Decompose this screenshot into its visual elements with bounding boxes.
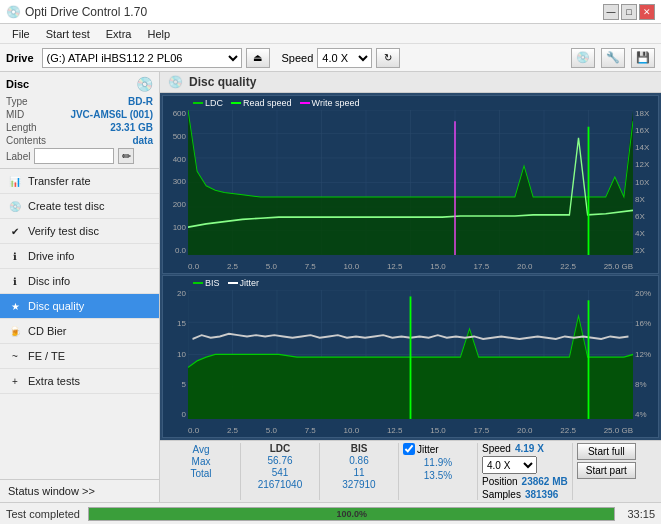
samples-label: Samples (482, 489, 521, 500)
titlebar-controls: — □ ✕ (603, 4, 655, 20)
sidebar-item-disc-info[interactable]: ℹ Disc info (0, 269, 159, 294)
sidebar-item-label-disc-info: Disc info (28, 275, 70, 287)
drive-eject-button[interactable]: ⏏ (246, 48, 270, 68)
cd-bier-icon: 🍺 (8, 324, 22, 338)
drive-toolbar: Drive (G:) ATAPI iHBS112 2 PL06 ⏏ Speed … (0, 44, 661, 72)
toolbar-save-button[interactable]: 💾 (631, 48, 655, 68)
minimize-button[interactable]: — (603, 4, 619, 20)
avg-label: Avg (166, 444, 236, 455)
bis-dot (193, 282, 203, 284)
legend-jitter: Jitter (228, 278, 260, 288)
sidebar-item-label-verify-test-disc: Verify test disc (28, 225, 99, 237)
chart-bottom-x-axis: 0.0 2.5 5.0 7.5 10.0 12.5 15.0 17.5 20.0… (188, 426, 633, 435)
chart-bottom-legend: BIS Jitter (193, 278, 259, 288)
stats-col-jitter: Jitter 11.9% 13.5% (403, 443, 473, 483)
position-value: 23862 MB (522, 476, 568, 487)
disc-label-input[interactable] (34, 148, 114, 164)
speed-select[interactable]: 4.0 X (317, 48, 372, 68)
sidebar-item-transfer-rate[interactable]: 📊 Transfer rate (0, 169, 159, 194)
sidebar-item-cd-bier[interactable]: 🍺 CD Bier (0, 319, 159, 344)
position-row: Position 23862 MB (482, 476, 568, 487)
chart-top-legend: LDC Read speed Write speed (193, 98, 359, 108)
maximize-button[interactable]: □ (621, 4, 637, 20)
stats-col-speed: Speed 4.19 X 4.0 X Position 23862 MB Sam… (482, 443, 568, 500)
disc-section-icon: 💿 (136, 76, 153, 92)
menu-start-test[interactable]: Start test (38, 27, 98, 41)
start-buttons: Start full Start part (577, 443, 636, 479)
sidebar-item-label-extra-tests: Extra tests (28, 375, 80, 387)
total-label: Total (166, 468, 236, 479)
sidebar-item-extra-tests[interactable]: + Extra tests (0, 369, 159, 394)
sidebar-item-fe-te[interactable]: ~ FE / TE (0, 344, 159, 369)
titlebar-left: 💿 Opti Drive Control 1.70 (6, 5, 147, 19)
close-button[interactable]: ✕ (639, 4, 655, 20)
disc-contents-row: Contents data (6, 135, 153, 146)
legend-read: Read speed (231, 98, 292, 108)
fe-te-icon: ~ (8, 349, 22, 363)
chart-bottom: 20 15 10 5 0 20% 16% 12% 8% 4% 0.0 (162, 275, 659, 438)
content-header: 💿 Disc quality (160, 72, 661, 93)
toolbar-settings-button[interactable]: 🔧 (601, 48, 625, 68)
status-window-button[interactable]: Status window >> (0, 480, 159, 502)
main-layout: Disc 💿 Type BD-R MID JVC-AMS6L (001) Len… (0, 72, 661, 502)
start-full-button[interactable]: Start full (577, 443, 636, 460)
legend-ldc: LDC (193, 98, 223, 108)
legend-write: Write speed (300, 98, 360, 108)
disc-quality-icon: ★ (8, 299, 22, 313)
avg-ldc: 56.76 (245, 455, 315, 466)
sidebar: Disc 💿 Type BD-R MID JVC-AMS6L (001) Len… (0, 72, 160, 502)
sidebar-item-create-test-disc[interactable]: 💿 Create test disc (0, 194, 159, 219)
sidebar-item-label-fe-te: FE / TE (28, 350, 65, 362)
disc-info-icon: ℹ (8, 274, 22, 288)
menu-extra[interactable]: Extra (98, 27, 140, 41)
stats-col-ldc: LDC 56.76 541 21671040 (245, 443, 315, 490)
jitter-checkbox[interactable] (403, 443, 415, 455)
drive-info-icon: ℹ (8, 249, 22, 263)
app-title: Opti Drive Control 1.70 (25, 5, 147, 19)
chart-top-svg (188, 110, 633, 255)
chart-bottom-y-left: 20 15 10 5 0 (163, 290, 188, 419)
legend-bis: BIS (193, 278, 220, 288)
menu-help[interactable]: Help (139, 27, 178, 41)
progress-text: 100.0% (336, 509, 367, 519)
chart-bottom-svg (188, 290, 633, 419)
disc-mid-value: JVC-AMS6L (001) (70, 109, 153, 120)
disc-section-title: Disc (6, 78, 29, 90)
jitter-checkbox-row: Jitter (403, 443, 473, 455)
speed-setting-row: 4.0 X (482, 456, 568, 474)
drive-select[interactable]: (G:) ATAPI iHBS112 2 PL06 (42, 48, 242, 68)
disc-label-label: Label (6, 151, 30, 162)
read-dot (231, 102, 241, 104)
stats-col-bis: BIS 0.86 11 327910 (324, 443, 394, 490)
disc-mid-label: MID (6, 109, 24, 120)
speed-current-row: Speed 4.19 X (482, 443, 568, 454)
toolbar-disc-button[interactable]: 💿 (571, 48, 595, 68)
jitter-label: Jitter (417, 444, 439, 455)
menu-file[interactable]: File (4, 27, 38, 41)
disc-type-value: BD-R (128, 96, 153, 107)
sidebar-nav: 📊 Transfer rate 💿 Create test disc ✔ Ver… (0, 169, 159, 479)
speed-setting-select[interactable]: 4.0 X (482, 456, 537, 474)
start-part-button[interactable]: Start part (577, 462, 636, 479)
verify-test-disc-icon: ✔ (8, 224, 22, 238)
speed-refresh-button[interactable]: ↻ (376, 48, 400, 68)
sidebar-item-label-cd-bier: CD Bier (28, 325, 67, 337)
extra-tests-icon: + (8, 374, 22, 388)
app-icon: 💿 (6, 5, 21, 19)
status-text: Test completed (6, 508, 80, 520)
stats-bar: Avg Max Total LDC 56.76 541 21671040 BIS… (160, 440, 661, 502)
avg-bis: 0.86 (324, 455, 394, 466)
disc-label-edit-button[interactable]: ✏ (118, 148, 134, 164)
sidebar-item-disc-quality[interactable]: ★ Disc quality (0, 294, 159, 319)
sidebar-item-verify-test-disc[interactable]: ✔ Verify test disc (0, 219, 159, 244)
max-jitter: 13.5% (403, 470, 473, 481)
sidebar-item-drive-info[interactable]: ℹ Drive info (0, 244, 159, 269)
legend-read-label: Read speed (243, 98, 292, 108)
disc-mid-row: MID JVC-AMS6L (001) (6, 109, 153, 120)
progress-bar: 100.0% (88, 507, 615, 521)
menubar: File Start test Extra Help (0, 24, 661, 44)
sidebar-item-label-create-test-disc: Create test disc (28, 200, 104, 212)
chart-top-x-axis: 0.0 2.5 5.0 7.5 10.0 12.5 15.0 17.5 20.0… (188, 262, 633, 271)
content-icon: 💿 (168, 75, 183, 89)
legend-ldc-label: LDC (205, 98, 223, 108)
